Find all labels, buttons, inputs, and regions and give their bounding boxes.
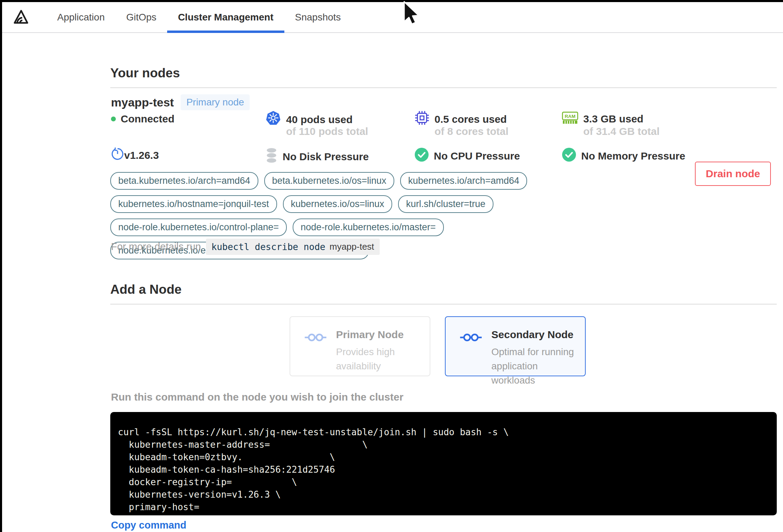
cores-stat: 0.5 cores used of 8 cores total — [414, 110, 507, 128]
cpu-pressure-label: No CPU Pressure — [434, 150, 520, 162]
memory-total: of 31.4 GB total — [583, 126, 660, 137]
node-label-tag: beta.kubernetes.io/os=linux — [264, 172, 394, 190]
connected-dot-icon — [111, 117, 116, 121]
command-line: kubernetes-master-address= \ — [118, 438, 766, 451]
option-text: Primary Node Provides high availability — [336, 329, 421, 376]
node-label-tag: kubernetes.io/os=linux — [283, 195, 392, 213]
node-name: myapp-test — [111, 96, 174, 109]
tab-cluster-management[interactable]: Cluster Management — [167, 2, 284, 32]
join-command-block: curl -fsSL https://kurl.sh/jq-new-test-u… — [110, 412, 777, 515]
copy-command-link[interactable]: Copy command — [111, 520, 187, 531]
kubectl-describe-chip: kubectl describe node myapp-test — [206, 239, 380, 255]
node-label-tag: kubernetes.io/arch=amd64 — [400, 172, 527, 190]
primary-node-badge: Primary node — [181, 94, 250, 110]
disk-pressure-status: No Disk Pressure — [265, 147, 369, 166]
nav-tabs: Application GitOps Cluster Management Sn… — [46, 2, 352, 32]
node-label-tag: node-role.kubernetes.io/master= — [293, 218, 444, 236]
option-title: Primary Node — [336, 329, 421, 341]
kubectl-node-arg: myapp-test — [329, 241, 374, 252]
node-type-options: Primary Node Provides high availability … — [290, 316, 586, 376]
disk-pressure-label: No Disk Pressure — [283, 151, 369, 163]
primary-node-option[interactable]: Primary Node Provides high availability — [290, 316, 430, 376]
cpu-pressure-status: No CPU Pressure — [414, 147, 520, 164]
option-title: Secondary Node — [491, 329, 576, 341]
kubectl-command: kubectl describe node — [212, 242, 326, 252]
check-circle-icon — [562, 147, 576, 164]
option-text: Secondary Node Optimal for running appli… — [491, 329, 576, 376]
command-line: curl -fsSL https://kurl.sh/jq-new-test-u… — [118, 426, 766, 438]
version-update-icon — [111, 147, 124, 163]
command-line: kubernetes-version=v1.26.3 \ — [118, 488, 766, 501]
command-line: kubeadm-token-ca-hash=sha256:221d25746 — [118, 463, 766, 476]
memory-used-value: 3.3 GB used — [583, 113, 643, 125]
memory-stat: RAM 3.3 GB used of 31.4 GB total — [562, 110, 643, 127]
tab-snapshots[interactable]: Snapshots — [284, 2, 352, 32]
command-line: kubeadm-token=0ztbvy. \ — [118, 451, 766, 463]
tab-gitops[interactable]: GitOps — [115, 2, 167, 32]
pods-total: of 110 pods total — [286, 126, 368, 137]
disk-icon — [265, 147, 278, 166]
node-label-tag: beta.kubernetes.io/arch=amd64 — [110, 172, 258, 190]
memory-pressure-label: No Memory Pressure — [581, 150, 685, 162]
join-instruction: Run this command on the node you wish to… — [111, 391, 403, 403]
details-hint-text: For more details run — [111, 241, 201, 252]
node-label-tag: node-role.kubernetes.io/control-plane= — [110, 218, 287, 236]
drain-node-button[interactable]: Drain node — [695, 162, 771, 186]
tab-application[interactable]: Application — [46, 2, 115, 32]
cpu-icon — [414, 110, 430, 128]
pods-stat: 40 pods used of 110 pods total — [265, 110, 353, 129]
node-link-icon — [304, 332, 327, 376]
secondary-node-option[interactable]: Secondary Node Optimal for running appli… — [445, 316, 586, 376]
add-node-title: Add a Node — [110, 282, 182, 297]
node-link-icon — [459, 332, 482, 376]
main-content: Your nodes myapp-test Primary node Conne… — [110, 0, 777, 532]
replicated-logo-icon — [10, 8, 30, 26]
cores-used-value: 0.5 cores used — [434, 113, 507, 125]
your-nodes-divider — [110, 87, 777, 88]
cluster-management-page: Application GitOps Cluster Management Sn… — [0, 0, 783, 532]
memory-pressure-status: No Memory Pressure — [562, 147, 685, 164]
add-node-divider — [110, 304, 777, 304]
node-label-tag: kurl.sh/cluster=true — [398, 195, 493, 213]
node-version: v1.26.3 — [111, 147, 159, 163]
details-hint: For more details run kubectl describe no… — [111, 239, 380, 255]
version-label: v1.26.3 — [124, 149, 159, 161]
svg-text:RAM: RAM — [565, 114, 576, 119]
ram-icon: RAM — [562, 110, 578, 127]
window-edge-left — [0, 0, 2, 532]
node-status-label: Connected — [121, 113, 174, 125]
command-line: primary-host= — [118, 501, 766, 513]
pods-used-value: 40 pods used — [286, 114, 353, 126]
top-nav: Application GitOps Cluster Management Sn… — [2, 2, 783, 33]
node-header: myapp-test Primary node — [111, 94, 250, 110]
kubernetes-icon — [265, 110, 281, 129]
check-circle-icon — [414, 147, 429, 164]
node-label-tag: kubernetes.io/hostname=jonquil-test — [110, 195, 277, 213]
window-edge-top — [0, 0, 783, 2]
node-status: Connected — [111, 113, 174, 125]
your-nodes-title: Your nodes — [110, 66, 180, 80]
option-description: Optimal for running application workload… — [491, 345, 576, 387]
option-description: Provides high availability — [336, 345, 421, 373]
command-line: docker-registry-ip= \ — [118, 476, 766, 488]
cores-total: of 8 cores total — [434, 126, 508, 137]
